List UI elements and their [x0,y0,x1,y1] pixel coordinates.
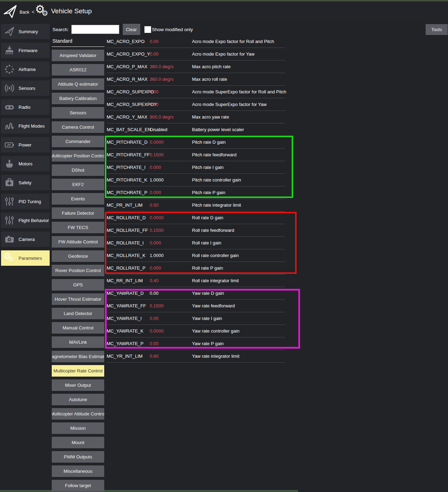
sidebar-item-flight-behavior[interactable]: Flight Behavior [1,213,50,228]
parameter-name: MC_ACRO_SUPEXPOY [107,102,150,107]
category-button-miscellaneous[interactable]: Miscellaneous [52,465,104,477]
parameter-row-mc_acro_expo[interactable]: MC_ACRO_EXPO0.00Acro mode Expo factor fo… [107,35,285,48]
clear-button[interactable]: Clear [123,24,140,35]
category-button-events[interactable]: Events [52,193,104,205]
tools-button[interactable]: Tools [426,24,448,35]
category-button-multicopter-attitude-control[interactable]: Multicopter Attitude Control [52,408,104,420]
sidebar-item-flight-modes[interactable]: Flight Modes [1,118,50,134]
parameter-row-mc_acro_supexpo[interactable]: MC_ACRO_SUPEXPO0.00Acro mode SuperExpo f… [107,86,285,98]
flight-modes-icon [3,120,15,132]
sidebar-item-parameters[interactable]: ⚙⚙Parameters [1,250,50,266]
search-input[interactable] [71,25,119,34]
parameter-row-mc_rollrate_p[interactable]: MC_ROLLRATE_P0.000Roll rate P gain [107,262,285,274]
sidebar-item-safety[interactable]: Safety [1,175,50,190]
parameter-row-mc_acro_y_max[interactable]: MC_ACRO_Y_MAX900.0 deg/sMax acro yaw rat… [107,111,285,123]
parameter-row-mc_pitchrate_d[interactable]: MC_PITCHRATE_D0.0000Pitch rate D gain [107,136,285,149]
category-button-gps[interactable]: GPS [52,279,104,291]
parameter-row-mc_yawrate_d[interactable]: MC_YAWRATE_D0.00Yaw rate D gain [107,287,285,300]
category-button-land-detector[interactable]: Land Detector [52,308,104,319]
sidebar-item-power[interactable]: Power [1,137,50,152]
back-button[interactable]: Back [20,10,29,15]
category-button-attitude-q-estimator[interactable]: Attitude Q estimator [52,78,104,90]
parameter-row-mc_rollrate_i[interactable]: MC_ROLLRATE_I0.000Roll rate I gain [107,237,285,249]
parameter-row-mc_acro_r_max[interactable]: MC_ACRO_R_MAX360.0 deg/sMax acro roll ra… [107,73,285,86]
parameter-value: 0.00 [150,39,192,44]
parameter-row-mc_acro_supexpoy[interactable]: MC_ACRO_SUPEXPOY0.00Acro mode SuperExpo … [107,98,285,111]
category-button-multicopter-position-control[interactable]: Multicopter Position Control [52,150,104,162]
parameter-description: Pitch rate integrator limit [192,202,285,208]
category-button-battery-calibration[interactable]: Battery Calibration [52,93,104,104]
airframe-icon [3,63,15,75]
category-button-hover-thrust-estimator[interactable]: Hover Thrust Estimator [52,293,104,305]
parameter-name: MC_RR_INT_LIM [107,278,150,283]
sidebar-item-pid-tuning[interactable]: PID Tuning [1,194,50,209]
parameter-row-mc_rollrate_k[interactable]: MC_ROLLRATE_K1.0000Roll rate controller … [107,249,285,262]
category-button-dshot[interactable]: DShot [52,164,104,176]
category-button-mount[interactable]: Mount [52,437,104,448]
sliders-icon [3,214,15,226]
category-button-sensors[interactable]: Sensors [52,107,104,119]
show-modified-checkbox[interactable] [144,26,151,33]
category-button-mavlink[interactable]: MAVLink [52,336,104,348]
parameter-description: Yaw rate I gain [192,316,285,321]
parameter-row-mc_rollrate_ff[interactable]: MC_ROLLRATE_FF0.1500Roll rate feedforwar… [107,224,285,237]
parameter-row-mc_bat_scale_en[interactable]: MC_BAT_SCALE_ENDisabledBattery power lev… [107,123,285,136]
category-button-pwm-outputs[interactable]: PWM Outputs [52,451,104,463]
parameter-name: MC_ROLLRATE_D [107,215,150,220]
sidebar-item-label: Safety [19,180,31,185]
parameter-row-mc_rollrate_d[interactable]: MC_ROLLRATE_D0.0000Roll rate D gain [107,212,285,224]
category-button-fw-tecs[interactable]: FW TECS [52,222,104,233]
sidebar-item-camera[interactable]: Camera [1,231,50,247]
paper-plane-icon [3,26,15,37]
parameter-row-mc_yawrate_ff[interactable]: MC_YAWRATE_FF0.1500Yaw rate feedforward [107,300,285,312]
sidebar-item-motors[interactable]: Motors [1,156,50,171]
category-button-autotune[interactable]: Autotune [52,394,104,405]
parameter-row-mc_acro_p_max[interactable]: MC_ACRO_P_MAX360.0 deg/sMax acro pitch r… [107,60,285,73]
sidebar-item-radio[interactable]: Radio [1,99,50,115]
category-button-ekf2[interactable]: EKF2 [52,179,104,190]
sidebar-item-airframe[interactable]: Airframe [1,62,50,77]
parameter-value: 0.000 [150,265,192,271]
sidebar-item-label: PID Tuning [19,199,41,204]
category-button-airspeed-validator[interactable]: Airspeed Validator [52,50,104,61]
parameter-value: 0.40 [150,278,192,283]
category-button-manual-control[interactable]: Manual Control [52,322,104,334]
category-button-failure-detector[interactable]: Failure Detector [52,207,104,219]
category-button-geofence[interactable]: Geofence [52,250,104,262]
category-button-rover-position-control[interactable]: Rover Position Control [52,265,104,276]
sidebar-item-summary[interactable]: Summary [1,24,50,39]
category-button-magnetometer-bias-estimator[interactable]: Magnetometer Bias Estimator [52,351,104,362]
parameter-name: MC_YAWRATE_D [107,291,150,296]
category-button-multicopter-rate-control[interactable]: Multicopter Rate Control [52,365,104,377]
category-button-follow-target[interactable]: Follow target [52,480,104,491]
category-button-mixer-output[interactable]: Mixer Output [52,379,104,391]
sidebar-item-firmware[interactable]: Firmware [1,43,50,58]
parameter-description: Yaw rate integrator limit [192,354,285,359]
parameter-row-mc_yawrate_p[interactable]: MC_YAWRATE_P0.00Yaw rate P gain [107,337,285,350]
parameter-row-mc_rr_int_lim[interactable]: MC_RR_INT_LIM0.40Roll rate integrator li… [107,274,285,287]
parameter-row-mc_pitchrate_k[interactable]: MC_PITCHRATE_K1.0000Pitch rate controlle… [107,174,285,186]
parameter-row-mc_pr_int_lim[interactable]: MC_PR_INT_LIM0.50Pitch rate integrator l… [107,199,285,212]
category-group-header[interactable]: Standard [52,38,105,47]
parameter-description: Battery power level scaler [192,127,285,132]
parameter-row-mc_pitchrate_i[interactable]: MC_PITCHRATE_I0.000Pitch rate I gain [107,161,285,174]
category-button-mission[interactable]: Mission [52,422,104,434]
parameter-row-mc_pitchrate_ff[interactable]: MC_PITCHRATE_FF0.1500Pitch rate feedforw… [107,149,285,161]
parameter-name: MC_PR_INT_LIM [107,202,150,208]
category-button-fw-attitude-control[interactable]: FW Attitude Control [52,236,104,248]
parameter-row-mc_yawrate_i[interactable]: MC_YAWRATE_I0.00Yaw rate I gain [107,312,285,325]
parameter-row-mc_yawrate_k[interactable]: MC_YAWRATE_K0.0000Yaw rate controller ga… [107,325,285,337]
parameter-row-mc_pitchrate_p[interactable]: MC_PITCHRATE_P0.000Pitch rate P gain [107,186,285,199]
parameter-row-mc_acro_expo_y[interactable]: MC_ACRO_EXPO_Y0.00Acro mode Expo factor … [107,48,285,60]
parameter-name: MC_PITCHRATE_P [107,190,150,195]
qgc-paper-plane-logo-icon[interactable] [3,4,17,19]
parameter-name: MC_PITCHRATE_I [107,165,150,170]
parameter-row-mc_yr_int_lim[interactable]: MC_YR_INT_LIM0.60Yaw rate integrator lim… [107,350,285,363]
sidebar-item-label: Motors [19,161,33,166]
sidebar-item-sensors[interactable]: Sensors [1,80,50,96]
category-button-asr012[interactable]: ASR012 [52,64,104,76]
parameter-description: Roll rate I gain [192,240,285,245]
category-button-camera-control[interactable]: Camera Control [52,121,104,133]
parameter-description: Max acro pitch rate [192,64,285,69]
category-button-commander[interactable]: Commander [52,136,104,147]
